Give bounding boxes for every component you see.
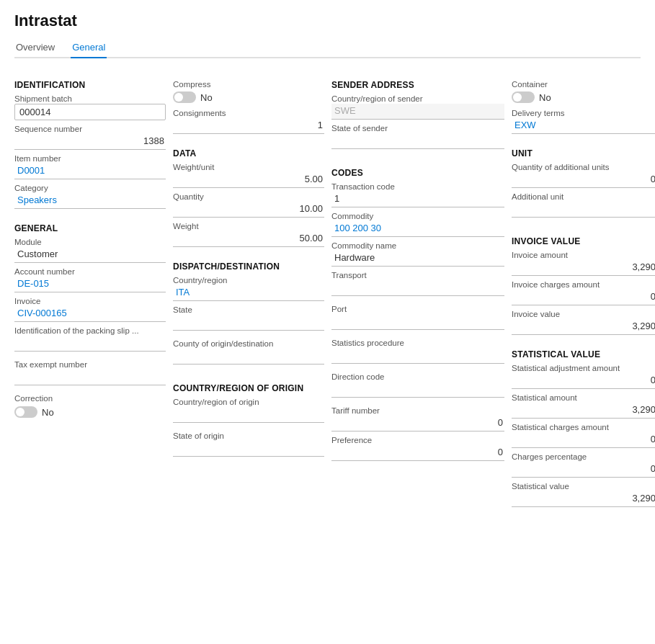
field-stat-value: Statistical value 3,290.00 bbox=[512, 482, 655, 507]
weight-label: Weight bbox=[173, 222, 324, 231]
column-2: Compress No Consignments 1 DATA Weight/u… bbox=[173, 70, 324, 465]
quantity-value: 10.00 bbox=[173, 202, 324, 218]
id-packing-label: Identification of the packing slip ... bbox=[14, 326, 166, 335]
stat-value-label: Statistical value bbox=[512, 482, 655, 491]
weight-value: 50.00 bbox=[173, 231, 324, 247]
field-delivery-terms: Delivery terms EXW bbox=[512, 109, 655, 134]
consignments-label: Consignments bbox=[173, 109, 324, 117]
section-data: DATA bbox=[173, 148, 324, 158]
field-commodity-name: Commodity name Hardware bbox=[331, 241, 504, 267]
compress-toggle-text: No bbox=[200, 92, 213, 103]
field-country-sender: Country/region of sender SWE bbox=[331, 94, 504, 120]
transport-label: Transport bbox=[331, 271, 504, 279]
field-country-region-dispatch: Country/region ITA bbox=[173, 276, 324, 301]
field-qty-additional: Quantity of additional units 0.00 bbox=[512, 163, 655, 188]
statistics-procedure-value bbox=[331, 348, 504, 364]
preference-label: Preference bbox=[331, 436, 504, 444]
direction-code-label: Direction code bbox=[331, 372, 504, 381]
invoice-value[interactable]: CIV-000165 bbox=[14, 306, 166, 322]
state-sender-label: State of sender bbox=[331, 124, 504, 133]
county-dispatch-value bbox=[173, 349, 324, 365]
field-shipment-batch: Shipment batch 000014 bbox=[14, 94, 166, 120]
county-dispatch-label: County of origin/destination bbox=[173, 339, 324, 348]
field-consignments: Consignments 1 bbox=[173, 109, 324, 134]
quantity-label: Quantity bbox=[173, 192, 324, 201]
module-label: Module bbox=[14, 238, 166, 246]
field-invoice-value: Invoice value 3,290.00 bbox=[512, 310, 655, 335]
module-value: Customer bbox=[14, 247, 166, 263]
country-region-dispatch-value[interactable]: ITA bbox=[173, 285, 324, 301]
stat-charges-label: Statistical charges amount bbox=[512, 423, 655, 431]
port-value bbox=[331, 314, 504, 330]
account-number-value[interactable]: DE-015 bbox=[14, 277, 166, 292]
field-state-dispatch: State bbox=[173, 305, 324, 335]
weight-unit-value: 5.00 bbox=[173, 172, 324, 188]
correction-label: Correction bbox=[14, 394, 166, 403]
stat-value-value: 3,290.00 bbox=[512, 491, 655, 507]
section-codes: CODES bbox=[331, 168, 504, 178]
section-general: GENERAL bbox=[14, 223, 166, 233]
tax-exempt-value bbox=[14, 370, 166, 385]
field-weight-unit: Weight/unit 5.00 bbox=[173, 163, 324, 188]
additional-unit-label: Additional unit bbox=[512, 192, 655, 201]
field-charges-pct: Charges percentage 0.00 bbox=[512, 452, 655, 478]
field-country-region-origin: Country/region of origin bbox=[173, 398, 324, 427]
field-id-packing: Identification of the packing slip ... bbox=[14, 326, 166, 356]
correction-toggle-row: No bbox=[14, 406, 166, 418]
field-direction-code: Direction code bbox=[331, 372, 504, 402]
category-value[interactable]: Speakers bbox=[14, 193, 166, 209]
state-dispatch-label: State bbox=[173, 305, 324, 314]
delivery-terms-label: Delivery terms bbox=[512, 109, 655, 117]
shipment-batch-value[interactable]: 000014 bbox=[14, 104, 166, 120]
container-toggle[interactable] bbox=[512, 91, 535, 103]
invoice-value-label: Invoice value bbox=[512, 310, 655, 318]
column-4: Container No Delivery terms EXW UNIT Qua… bbox=[512, 70, 655, 511]
field-state-of-origin: State of origin bbox=[173, 431, 324, 461]
field-stat-adj: Statistical adjustment amount 0.00 bbox=[512, 364, 655, 389]
field-category: Category Speakers bbox=[14, 184, 166, 209]
charges-pct-value: 0.00 bbox=[512, 462, 655, 478]
tab-general[interactable]: General bbox=[71, 37, 107, 58]
additional-unit-value bbox=[512, 202, 655, 218]
field-stat-amount: Statistical amount 3,290.00 bbox=[512, 393, 655, 419]
id-packing-value bbox=[14, 336, 166, 352]
sequence-number-value: 1388 bbox=[14, 134, 166, 150]
page-title: Intrastat bbox=[14, 12, 641, 30]
sequence-number-label: Sequence number bbox=[14, 125, 166, 133]
country-region-dispatch-label: Country/region bbox=[173, 276, 324, 285]
country-sender-value: SWE bbox=[331, 104, 504, 120]
shipment-batch-label: Shipment batch bbox=[14, 94, 166, 103]
port-label: Port bbox=[331, 305, 504, 313]
section-country-origin: COUNTRY/REGION OF ORIGIN bbox=[173, 383, 324, 393]
commodity-value[interactable]: 100 200 30 bbox=[331, 221, 504, 237]
item-number-label: Item number bbox=[14, 154, 166, 163]
section-dispatch: DISPATCH/DESTINATION bbox=[173, 261, 324, 272]
field-invoice-amount: Invoice amount 3,290.00 bbox=[512, 251, 655, 276]
container-label: Container bbox=[512, 80, 655, 89]
field-tax-exempt: Tax exempt number bbox=[14, 360, 166, 390]
column-1: IDENTIFICATION Shipment batch 000014 Seq… bbox=[14, 70, 166, 428]
category-label: Category bbox=[14, 184, 166, 192]
stat-adj-value: 0.00 bbox=[512, 373, 655, 389]
compress-toggle[interactable] bbox=[173, 91, 196, 103]
form-grid: IDENTIFICATION Shipment batch 000014 Seq… bbox=[14, 70, 641, 511]
invoice-amount-label: Invoice amount bbox=[512, 251, 655, 259]
field-stat-charges: Statistical charges amount 0.00 bbox=[512, 423, 655, 448]
invoice-value-value: 3,290.00 bbox=[512, 319, 655, 335]
weight-unit-label: Weight/unit bbox=[173, 163, 324, 171]
country-sender-label: Country/region of sender bbox=[331, 94, 504, 103]
invoice-charges-value: 0.00 bbox=[512, 290, 655, 305]
field-invoice-charges: Invoice charges amount 0.00 bbox=[512, 280, 655, 305]
tab-overview[interactable]: Overview bbox=[14, 37, 56, 58]
commodity-name-label: Commodity name bbox=[331, 241, 504, 250]
tab-bar: Overview General bbox=[14, 37, 641, 58]
correction-toggle[interactable] bbox=[14, 406, 37, 418]
item-number-value[interactable]: D0001 bbox=[14, 164, 166, 179]
consignments-value: 1 bbox=[173, 118, 324, 134]
container-toggle-row: No bbox=[512, 91, 655, 103]
invoice-amount-value: 3,290.00 bbox=[512, 260, 655, 276]
delivery-terms-value[interactable]: EXW bbox=[512, 118, 655, 134]
statistics-procedure-label: Statistics procedure bbox=[331, 339, 504, 347]
field-statistics-procedure: Statistics procedure bbox=[331, 339, 504, 368]
section-identification: IDENTIFICATION bbox=[14, 80, 166, 90]
